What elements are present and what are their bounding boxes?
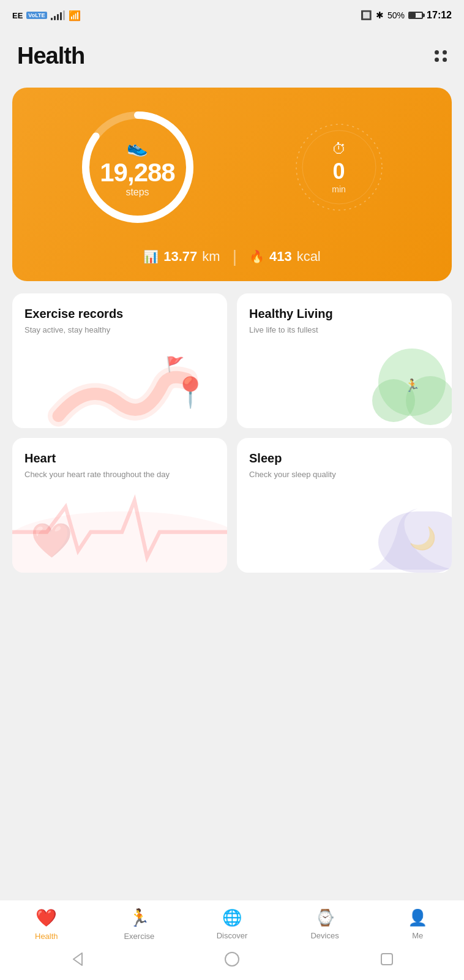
stat-divider: | [233, 247, 237, 266]
moon-icon: 🌙 [409, 526, 436, 551]
discover-nav-icon: 🌐 [222, 908, 242, 927]
nav-item-exercise[interactable]: 🏃 Exercise [93, 908, 186, 941]
healthy-living-subtitle: Live life to its fullest [249, 325, 440, 336]
healthy-living-card[interactable]: Healthy Living Live life to its fullest … [237, 293, 452, 428]
network-type-badge: VoLTE [26, 12, 47, 19]
wifi-icon: 📶 [69, 10, 81, 21]
flag-icon: 🚩 [166, 356, 184, 373]
dot [443, 58, 447, 62]
card-top-stats: 👟 19,288 steps ⏱ 0 min [31, 106, 433, 228]
svg-rect-6 [381, 954, 392, 965]
status-left: EE VoLTE 📶 [12, 10, 81, 21]
feature-grid: Exercise records Stay active, stay healt… [0, 293, 464, 573]
exercise-nav-icon: 🏃 [129, 908, 150, 928]
svg-marker-4 [73, 953, 82, 965]
exercise-title: Exercise records [24, 307, 215, 321]
card-bottom-stats: 📊 13.77 km | 🔥 413 kcal [31, 247, 433, 266]
nav-item-health[interactable]: ❤️ Health [0, 908, 93, 941]
time-display: 17:12 [427, 10, 452, 21]
distance-unit: km [202, 249, 220, 265]
exercise-nav-label: Exercise [124, 932, 154, 941]
timer-count: 0 [332, 159, 346, 184]
timer-label: min [332, 184, 346, 194]
shoe-icon: 👟 [100, 137, 174, 157]
status-bar: EE VoLTE 📶 🔲 ✱ 50% 17:12 [0, 0, 464, 31]
main-stats-card[interactable]: 👟 19,288 steps ⏱ 0 min [12, 88, 452, 281]
nav-item-me[interactable]: 👤 Me [371, 908, 464, 940]
location-pin-icon: 📍 [172, 375, 209, 410]
calories-stat: 🔥 413 kcal [249, 249, 321, 265]
sleep-card[interactable]: Sleep Check your sleep quality 🌙 [237, 438, 452, 573]
heart-illustration: ❤️ [12, 493, 227, 573]
nav-item-devices[interactable]: ⌚ Devices [279, 908, 372, 940]
recents-button[interactable] [378, 951, 395, 971]
app-bottom-nav: ❤️ Health 🏃 Exercise 🌐 Discover ⌚ Device… [0, 900, 464, 946]
exercise-records-card[interactable]: Exercise records Stay active, stay healt… [12, 293, 227, 428]
more-menu-button[interactable] [435, 50, 447, 62]
steps-inner: 👟 19,288 steps [100, 137, 174, 198]
discover-nav-label: Discover [217, 931, 248, 940]
devices-nav-label: Devices [310, 931, 339, 940]
nav-item-discover[interactable]: 🌐 Discover [185, 908, 279, 940]
me-nav-label: Me [412, 931, 423, 940]
sleep-illustration: 🌙 [237, 493, 452, 573]
timer-inner: ⏱ 0 min [332, 140, 346, 194]
nav-wrapper: ❤️ Health 🏃 Exercise 🌐 Discover ⌚ Device… [0, 900, 464, 980]
bluetooth-icon: ✱ [376, 10, 384, 21]
healthy-living-title: Healthy Living [249, 307, 440, 321]
fire-icon: 🔥 [249, 249, 264, 264]
distance-stat: 📊 13.77 km [143, 249, 220, 265]
nfc-icon: 🔲 [361, 10, 372, 21]
steps-circle: 👟 19,288 steps [77, 106, 199, 228]
timer-circle: ⏱ 0 min [290, 118, 388, 216]
sleep-title: Sleep [249, 451, 440, 466]
back-button[interactable] [69, 951, 86, 971]
devices-nav-icon: ⌚ [315, 908, 335, 927]
exercise-subtitle: Stay active, stay healthy [24, 325, 215, 336]
app-header: Health [0, 31, 464, 81]
dot [435, 50, 439, 55]
exercise-illustration: 🚩 📍 [12, 342, 227, 428]
dots-row-bottom [435, 58, 447, 62]
calories-value: 413 [269, 249, 292, 265]
signal-strength [51, 10, 65, 20]
stopwatch-icon: ⏱ [332, 140, 346, 157]
system-nav-bar [0, 946, 464, 980]
me-nav-icon: 👤 [408, 908, 427, 927]
healthy-living-illustration: 🏃 [237, 342, 452, 428]
battery-icon [408, 12, 423, 19]
dot [435, 58, 439, 62]
dots-row-top [435, 50, 447, 55]
carrier-label: EE [12, 11, 23, 20]
calories-unit: kcal [297, 249, 321, 265]
steps-label: steps [100, 187, 174, 198]
home-button[interactable] [223, 951, 241, 971]
distance-icon: 📊 [143, 249, 159, 264]
status-right: 🔲 ✱ 50% 17:12 [361, 10, 452, 21]
heart-subtitle: Check your heart rate throughout the day [24, 469, 215, 480]
sleep-subtitle: Check your sleep quality [249, 469, 440, 480]
svg-point-5 [225, 952, 239, 966]
dot [443, 50, 447, 55]
steps-count: 19,288 [100, 160, 174, 186]
runner-icon: 🏃 [405, 378, 420, 393]
battery-percent: 50% [387, 10, 405, 20]
heart-title: Heart [24, 451, 215, 466]
heart-icon: ❤️ [31, 521, 73, 560]
health-nav-icon: ❤️ [36, 908, 57, 928]
heart-card[interactable]: Heart Check your heart rate throughout t… [12, 438, 227, 573]
health-nav-label: Health [35, 932, 58, 941]
page-title: Health [17, 43, 84, 69]
distance-value: 13.77 [163, 249, 197, 265]
